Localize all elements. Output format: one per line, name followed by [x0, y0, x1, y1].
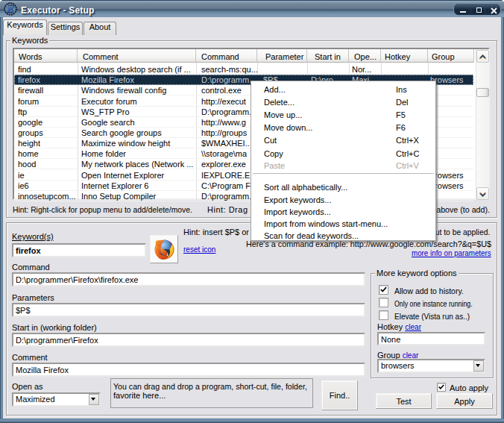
svg-text:E: E — [7, 3, 15, 15]
